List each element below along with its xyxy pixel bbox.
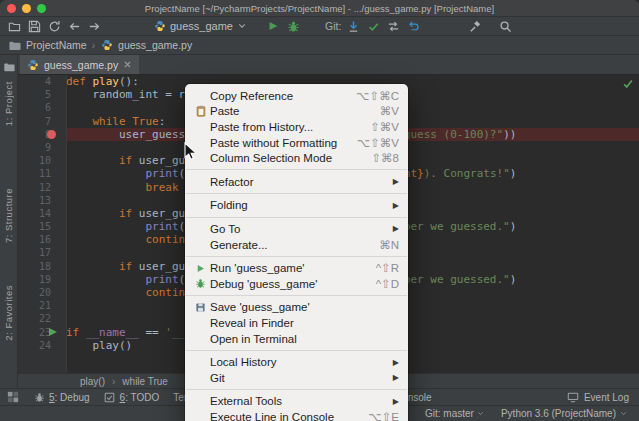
submenu-arrow-icon: ▶ xyxy=(393,224,399,233)
breadcrumb-project[interactable]: ProjectName xyxy=(26,39,87,51)
close-window-button[interactable] xyxy=(7,4,16,13)
menu-item-spacer xyxy=(191,175,210,188)
chevron-down-icon xyxy=(477,410,485,418)
menu-item-generate[interactable]: Generate...⌘N xyxy=(185,237,408,253)
menu-item-folding[interactable]: Folding▶ xyxy=(185,198,408,214)
titlebar[interactable]: ProjectName [~/PycharmProjects/ProjectNa… xyxy=(0,0,639,17)
menu-item-column-selection-mode[interactable]: Column Selection Mode⇧⌘8 xyxy=(185,150,408,166)
line-number[interactable]: 14 xyxy=(18,207,66,220)
chevron-down-icon xyxy=(237,18,246,34)
line-number[interactable]: 16 xyxy=(18,233,66,246)
menu-item-run-guess-game[interactable]: Run 'guess_game'^⇧R xyxy=(185,260,408,276)
git-revert-icon[interactable] xyxy=(405,18,421,34)
pycharm-window: ProjectName [~/PycharmProjects/ProjectNa… xyxy=(0,0,639,421)
folder-icon xyxy=(8,37,21,53)
run-configuration-select[interactable]: guess_game xyxy=(150,18,249,34)
run-gutter-icon[interactable] xyxy=(49,328,57,336)
line-number[interactable]: 19 xyxy=(18,273,66,286)
forward-icon[interactable] xyxy=(86,18,102,34)
close-icon[interactable] xyxy=(123,60,132,69)
menu-item-debug-guess-game[interactable]: Debug 'guess_game'^⇧D xyxy=(185,276,408,292)
breadcrumb-file[interactable]: guess_game.py xyxy=(118,39,192,51)
zoom-window-button[interactable] xyxy=(37,4,46,13)
menu-item-execute-line-in-console[interactable]: Execute Line in Console⌥⇧E xyxy=(185,409,408,421)
menu-item-spacer xyxy=(191,371,210,384)
line-number[interactable]: 21 xyxy=(18,299,66,312)
event-log-label: Event Log xyxy=(584,392,629,403)
sidebar-item-structure[interactable]: 7: Structure xyxy=(3,188,14,243)
menu-item-open-in-terminal[interactable]: Open in Terminal xyxy=(185,331,408,347)
debug-button[interactable] xyxy=(285,18,301,34)
menu-item-reveal-in-finder[interactable]: Reveal in Finder xyxy=(185,315,408,331)
line-number[interactable]: 6 xyxy=(18,101,66,114)
breadcrumb-while-true[interactable]: while True xyxy=(122,376,168,387)
back-icon[interactable] xyxy=(66,18,82,34)
event-log-button[interactable]: Event Log xyxy=(567,389,629,405)
menu-item-shortcut: ⇧⌘V xyxy=(370,120,399,134)
build-icon[interactable] xyxy=(467,18,483,34)
menu-item-local-history[interactable]: Local History▶ xyxy=(185,354,408,370)
line-number[interactable]: 18 xyxy=(18,260,66,273)
menu-item-copy-reference[interactable]: Copy Reference⌥⇧⌘C xyxy=(185,88,408,104)
submenu-arrow-icon: ▶ xyxy=(393,177,399,186)
menu-item-label: Open in Terminal xyxy=(210,333,399,345)
breadcrumb-play[interactable]: play() xyxy=(80,376,105,387)
sidebar-item-favorites[interactable]: 2: Favorites xyxy=(3,285,14,341)
window-title: ProjectName [~/PycharmProjects/ProjectNa… xyxy=(0,0,639,17)
project-icon[interactable] xyxy=(2,59,15,75)
line-number[interactable]: 9 xyxy=(18,141,66,154)
minimize-window-button[interactable] xyxy=(22,4,31,13)
line-number[interactable]: 7 xyxy=(18,115,66,128)
menu-item-external-tools[interactable]: External Tools▶ xyxy=(185,394,408,410)
python-icon xyxy=(100,37,113,53)
menu-item-save-guess-game[interactable]: Save 'guess_game' xyxy=(185,300,408,316)
interpreter-widget[interactable]: Python 3.6 (ProjectName) xyxy=(501,408,627,419)
menu-item-git[interactable]: Git▶ xyxy=(185,370,408,386)
toolwindow-switcher-icon[interactable] xyxy=(6,389,19,405)
git-compare-icon[interactable] xyxy=(385,18,401,34)
line-number[interactable]: 12 xyxy=(18,181,66,194)
menu-separator xyxy=(186,217,407,218)
tab-guess-game[interactable]: guess_game.py xyxy=(20,55,139,74)
menu-item-go-to[interactable]: Go To▶ xyxy=(185,221,408,237)
inspections-ok-icon[interactable] xyxy=(622,78,634,93)
menu-item-paste-without-formatting[interactable]: Paste without Formatting⌥⇧⌘V xyxy=(185,135,408,151)
menu-item-label: Copy Reference xyxy=(210,90,340,102)
line-number[interactable]: 5 xyxy=(18,88,66,101)
run-button[interactable] xyxy=(265,18,281,34)
tw-debug-icon xyxy=(33,389,45,405)
git-update-icon[interactable] xyxy=(345,18,361,34)
search-everywhere-icon[interactable] xyxy=(497,18,513,34)
line-number[interactable]: 8 xyxy=(18,128,66,141)
line-number[interactable]: 13 xyxy=(18,194,66,207)
line-number[interactable]: 23 xyxy=(18,326,66,339)
left-toolwindow-bar: 1: Project 7: Structure 2: Favorites xyxy=(0,55,18,388)
menu-item-label: Save 'guess_game' xyxy=(210,301,399,313)
line-number[interactable]: 24 xyxy=(18,339,66,352)
toolwindow-button-6-todo[interactable]: 6: TODO xyxy=(104,389,160,405)
sync-icon[interactable] xyxy=(46,18,62,34)
breakpoint-icon[interactable] xyxy=(47,130,56,139)
open-icon[interactable] xyxy=(6,18,22,34)
save-all-icon[interactable] xyxy=(26,18,42,34)
line-number[interactable]: 22 xyxy=(18,312,66,325)
menu-item-shortcut: ⇧⌘8 xyxy=(371,151,399,165)
git-commit-icon[interactable] xyxy=(365,18,381,34)
git-branch-widget[interactable]: Git: master xyxy=(425,408,485,419)
sidebar-item-project[interactable]: 1: Project xyxy=(3,81,14,126)
line-number[interactable]: 10 xyxy=(18,154,66,167)
breadcrumb-separator: › xyxy=(112,376,115,387)
line-number[interactable]: 11 xyxy=(18,167,66,180)
menu-item-refactor[interactable]: Refactor▶ xyxy=(185,174,408,190)
menu-item-paste[interactable]: Paste⌘V xyxy=(185,104,408,120)
menu-item-label: Folding xyxy=(210,199,377,211)
menu-item-shortcut: ⌥⇧⌘V xyxy=(357,136,399,150)
traffic-lights xyxy=(0,4,46,13)
line-number[interactable]: 17 xyxy=(18,246,66,259)
line-number[interactable]: 15 xyxy=(18,220,66,233)
line-number[interactable]: 20 xyxy=(18,286,66,299)
menu-item-label: Go To xyxy=(210,223,377,235)
menu-item-paste-from-history[interactable]: Paste from History...⇧⌘V xyxy=(185,119,408,135)
toolwindow-button-5-debug[interactable]: 5: Debug xyxy=(33,389,90,405)
line-number[interactable]: 4 xyxy=(18,75,66,88)
